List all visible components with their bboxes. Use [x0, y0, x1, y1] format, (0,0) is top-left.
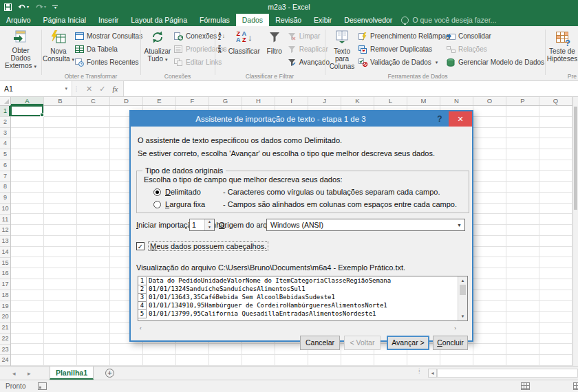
- column-header-d[interactable]: D: [110, 97, 143, 105]
- dialog-help-button[interactable]: ?: [431, 111, 449, 127]
- row-header-8[interactable]: 8: [0, 182, 10, 193]
- preview-vertical-scrollbar[interactable]: ▲ ▼: [458, 276, 467, 320]
- scroll-right-icon[interactable]: ›: [454, 325, 456, 331]
- menu-tab-revisao[interactable]: Revisão: [269, 14, 308, 26]
- redo-icon[interactable]: ▾: [35, 3, 46, 10]
- classificar-button[interactable]: ZAAZ↓ Classificar: [226, 26, 262, 70]
- column-header-n[interactable]: N: [440, 97, 473, 105]
- row-header-12[interactable]: 12: [0, 225, 10, 236]
- headers-checkbox-row[interactable]: ✓ Meus dados possuem cabeçalhos.: [136, 242, 268, 250]
- menu-tab-arquivo[interactable]: Arquivo: [0, 14, 37, 26]
- row-header-5[interactable]: 5: [0, 149, 10, 160]
- row-header-3[interactable]: 3: [0, 128, 10, 139]
- row-header-22[interactable]: 22: [0, 334, 10, 345]
- texto-para-colunas-button[interactable]: Texto para Colunas: [326, 26, 358, 70]
- column-header-j[interactable]: J: [308, 97, 341, 105]
- row-header-16[interactable]: 16: [0, 268, 10, 279]
- menu-tab-desenvolvedor[interactable]: Desenvolvedor: [338, 14, 398, 26]
- scroll-up-icon[interactable]: ▲: [461, 276, 465, 285]
- normal-view-icon[interactable]: [521, 382, 530, 390]
- select-all-corner[interactable]: [0, 97, 11, 106]
- column-header-a[interactable]: A: [11, 97, 44, 105]
- atualizar-tudo-button[interactable]: Atualizar Tudo▾: [142, 26, 173, 70]
- row-header-24[interactable]: 24: [0, 355, 10, 366]
- column-header-i[interactable]: I: [275, 97, 308, 105]
- row-header-13[interactable]: 13: [0, 236, 10, 247]
- row-header-17[interactable]: 17: [0, 279, 10, 290]
- row-header-14[interactable]: 14: [0, 247, 10, 258]
- cancel-entry-icon[interactable]: ✕: [86, 85, 92, 94]
- menu-tab-formulas[interactable]: Fórmulas: [193, 14, 236, 26]
- menu-tab-layout-da-pagina[interactable]: Layout da Página: [125, 14, 193, 26]
- fixed-width-radio-row[interactable]: Largura fixa - Campos são alinhados em c…: [153, 200, 457, 208]
- column-header-q[interactable]: Q: [539, 97, 572, 105]
- sheet-tab-planilha1[interactable]: Planilha1: [50, 367, 94, 380]
- column-header-m[interactable]: M: [407, 97, 440, 105]
- consolidar-button[interactable]: Consolidar: [446, 30, 542, 43]
- validacao-dados-button[interactable]: Validação de Dados▾: [358, 56, 446, 69]
- row-header-23[interactable]: 23: [0, 345, 10, 356]
- row-header-6[interactable]: 6: [0, 160, 10, 171]
- customize-qat-icon[interactable]: ▾: [52, 6, 58, 9]
- vertical-scrollbar[interactable]: [572, 97, 578, 366]
- row-header-2[interactable]: 2: [0, 117, 10, 128]
- row-header-10[interactable]: 10: [0, 204, 10, 215]
- column-header-p[interactable]: P: [506, 97, 539, 105]
- next-button[interactable]: Avançar >: [387, 336, 429, 350]
- column-header-f[interactable]: F: [176, 97, 209, 105]
- row-header-9[interactable]: 9: [0, 193, 10, 204]
- formula-input[interactable]: [124, 81, 578, 96]
- gerenciar-modelo-button[interactable]: Gerenciar Modelo de Dados: [446, 56, 542, 69]
- column-header-l[interactable]: L: [374, 97, 407, 105]
- spinner-buttons[interactable]: ▲▼: [204, 219, 214, 230]
- save-icon[interactable]: [4, 3, 12, 11]
- vertical-scrollbar-thumb[interactable]: [574, 107, 577, 210]
- row-header-18[interactable]: 18: [0, 290, 10, 301]
- start-row-spinner[interactable]: 1 ▲▼: [189, 219, 215, 231]
- dialog-title-bar[interactable]: Assistente de importação de texto - etap…: [131, 111, 472, 127]
- menu-tab-inserir[interactable]: Inserir: [92, 14, 125, 26]
- finish-button[interactable]: Concluir: [433, 336, 468, 350]
- undo-icon[interactable]: ▾: [18, 3, 29, 10]
- row-header-7[interactable]: 7: [0, 171, 10, 182]
- nova-consulta-button[interactable]: Nova Consulta▾: [43, 26, 74, 70]
- hscroll-left-icon[interactable]: ◂: [428, 369, 437, 378]
- preview-vscroll-thumb[interactable]: [460, 285, 466, 295]
- teste-de-hipoteses-button[interactable]: ? Teste de Hipóteses: [546, 26, 578, 70]
- dialog-close-button[interactable]: ✕: [449, 111, 472, 127]
- combobox-arrow-icon[interactable]: ▼: [454, 223, 464, 228]
- cancel-button[interactable]: Cancelar: [300, 336, 340, 350]
- column-header-g[interactable]: G: [209, 97, 242, 105]
- reaplicar-button[interactable]: Reaplicar: [287, 43, 330, 56]
- name-box-dropdown-icon[interactable]: ▾: [65, 86, 67, 91]
- fontes-recentes-button[interactable]: Fontes Recentes: [74, 56, 142, 69]
- spinner-up-icon[interactable]: ▲: [205, 219, 214, 225]
- column-header-b[interactable]: B: [44, 97, 77, 105]
- menu-tab-pagina-inicial[interactable]: Página Inicial: [37, 14, 92, 26]
- new-sheet-icon[interactable]: +: [105, 369, 114, 378]
- menu-tab-exibir[interactable]: Exibir: [308, 14, 338, 26]
- row-header-4[interactable]: 4: [0, 138, 10, 149]
- preenchimento-relampago-button[interactable]: Preenchimento Relâmpago: [358, 30, 446, 43]
- row-header-15[interactable]: 15: [0, 258, 10, 269]
- obter-dados-externos-button[interactable]: Obter Dados Externos▾: [1, 26, 40, 70]
- column-header-k[interactable]: K: [341, 97, 374, 105]
- scroll-down-icon[interactable]: ▼: [461, 312, 465, 320]
- scroll-left-icon[interactable]: ‹: [140, 325, 142, 331]
- fill-handle[interactable]: [40, 113, 44, 117]
- formula-bar-splitter[interactable]: ⋮: [72, 81, 81, 96]
- insert-function-icon[interactable]: fx: [112, 85, 118, 93]
- name-box[interactable]: A1 ▾: [0, 81, 72, 96]
- fixed-width-radio[interactable]: [153, 201, 161, 208]
- filtro-button[interactable]: Filtro: [262, 26, 287, 70]
- column-header-o[interactable]: O: [473, 97, 506, 105]
- sort-za-button[interactable]: ZA↓: [218, 43, 225, 56]
- row-header-20[interactable]: 20: [0, 312, 10, 323]
- mostrar-consultas-button[interactable]: Mostrar Consultas: [74, 30, 142, 43]
- relacoes-button[interactable]: Relações: [446, 43, 542, 56]
- start-row-value[interactable]: 1: [190, 219, 204, 230]
- selected-cell-a1[interactable]: [10, 105, 43, 116]
- sort-az-button[interactable]: AZ↓: [218, 30, 225, 43]
- spinner-down-icon[interactable]: ▼: [205, 225, 214, 230]
- page-layout-view-icon[interactable]: [573, 382, 578, 390]
